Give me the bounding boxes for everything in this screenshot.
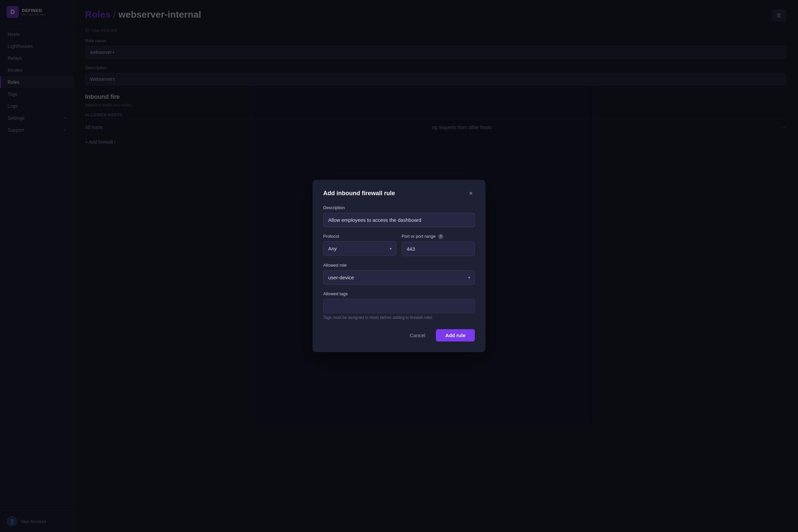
modal-footer: Cancel Add rule (323, 329, 475, 341)
add-firewall-rule-modal: Add inbound firewall rule × Description … (312, 180, 486, 352)
modal-allowed-role-group: Allowed role user-device webserver-inter… (323, 263, 475, 285)
modal-port-input[interactable] (402, 242, 475, 256)
modal-description-group: Description (323, 205, 475, 227)
modal-overlay: Add inbound firewall rule × Description … (0, 0, 798, 532)
modal-allowed-role-select[interactable]: user-device webserver-internal All hosts (323, 270, 475, 285)
modal-port-label: Port or port range ? (402, 234, 475, 239)
modal-protocol-select-wrapper: Any TCP UDP ICMP ▾ (323, 241, 396, 256)
modal-protocol-select[interactable]: Any TCP UDP ICMP (323, 241, 396, 256)
modal-protocol-label: Protocol (323, 234, 396, 239)
modal-header: Add inbound firewall rule × (323, 189, 475, 197)
modal-allowed-role-select-wrapper: user-device webserver-internal All hosts… (323, 270, 475, 285)
modal-allowed-tags-group: Allowed tags Tags must be assigned to ho… (323, 291, 475, 320)
modal-protocol-group: Protocol Any TCP UDP ICMP ▾ (323, 234, 396, 256)
modal-allowed-tags-label: Allowed tags (323, 291, 475, 296)
tags-hint: Tags must be assigned to hosts before ad… (323, 315, 475, 320)
modal-title: Add inbound firewall rule (323, 190, 395, 197)
add-rule-button[interactable]: Add rule (436, 329, 475, 341)
modal-allowed-role-label: Allowed role (323, 263, 475, 268)
cancel-button[interactable]: Cancel (403, 329, 432, 341)
modal-protocol-port-row: Protocol Any TCP UDP ICMP ▾ Port or port… (323, 234, 475, 256)
modal-close-button[interactable]: × (467, 189, 475, 197)
help-icon: ? (438, 234, 443, 239)
modal-port-group: Port or port range ? (402, 234, 475, 256)
modal-description-label: Description (323, 205, 475, 210)
modal-allowed-tags-input[interactable] (323, 299, 475, 313)
modal-description-input[interactable] (323, 213, 475, 227)
